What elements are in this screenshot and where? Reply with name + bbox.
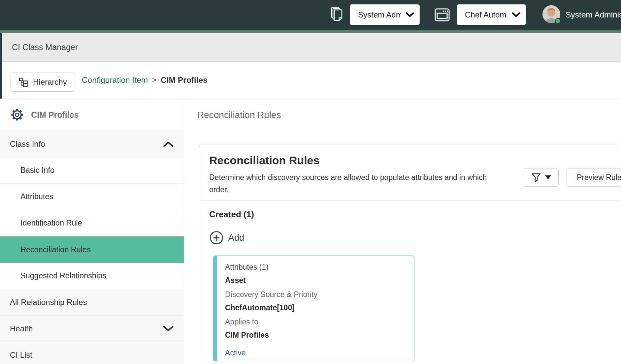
plus-circle-icon <box>209 230 224 245</box>
sidebar-item-label: Attributes <box>20 192 53 201</box>
ci-class-manager-app: System Administrator Chef Automate <box>0 0 621 364</box>
rule-attributes-label: Attributes (1) <box>225 260 406 274</box>
sidebar-item-label: All Relationship Rules <box>10 298 87 307</box>
hierarchy-button[interactable]: Hierarchy <box>11 73 75 92</box>
application-value: Chef Automate <box>465 10 507 19</box>
rule-discovery-label: Discovery Source & Priority <box>225 288 406 301</box>
top-banner: System Administrator Chef Automate <box>0 0 621 30</box>
panel-title: Reconciliation Rules <box>209 154 621 167</box>
breadcrumb-current: CIM Profiles <box>161 76 208 85</box>
hierarchy-label: Hierarchy <box>33 77 67 87</box>
application-select[interactable]: Chef Automate <box>457 4 526 25</box>
app-window-icon <box>434 8 450 22</box>
application-scope-button[interactable] <box>434 0 450 30</box>
accent-strip <box>0 30 621 33</box>
sidebar-item-label: Suggested Relationships <box>20 271 106 280</box>
gear-icon <box>9 107 25 123</box>
main-section-header: Reconciliation Rules <box>184 99 621 131</box>
sidebar-item-identification-rule[interactable]: Identification Rule <box>0 210 184 236</box>
section-title: Reconciliation Rules <box>197 110 281 120</box>
panel-head: Reconciliation Rules Determine which dis… <box>199 144 621 200</box>
update-set-select[interactable]: System Administrator <box>350 4 420 25</box>
add-rule-button[interactable]: Add <box>209 230 252 245</box>
hierarchy-icon <box>19 77 29 87</box>
sidebar-item-label: Health <box>10 324 33 333</box>
created-heading: Created (1) <box>209 209 621 220</box>
chevron-up-icon[interactable] <box>163 141 174 147</box>
add-label: Add <box>228 233 244 243</box>
sidebar-item-label: CI List <box>10 350 32 360</box>
sidebar-item-suggested-relationships[interactable]: Suggested Relationships <box>0 263 184 289</box>
sidebar-item-class-info[interactable]: Class Info <box>0 131 184 157</box>
caret-down-icon <box>545 175 551 179</box>
update-set-value: System Administrator <box>358 10 401 19</box>
panel-actions: Preview Rule <box>524 168 621 187</box>
chevron-down-icon[interactable] <box>163 325 174 332</box>
reconciliation-rule-card[interactable]: Attributes (1) Asset Discovery Source & … <box>213 256 414 361</box>
rule-discovery-value: ChefAutomate[100] <box>225 301 406 314</box>
sidebar-item-ci-list[interactable]: CI List <box>0 342 184 364</box>
sidebar-item-label: Class Info <box>10 139 45 149</box>
filter-button[interactable] <box>524 168 559 187</box>
breadcrumb-parent-link[interactable]: Configuration Item <box>82 76 148 85</box>
sidebar-item-basic-info[interactable]: Basic Info <box>0 157 184 184</box>
user-avatar[interactable] <box>542 5 560 24</box>
rule-attributes-value: Asset <box>225 274 406 287</box>
breadcrumb: Configuration Item > CIM Profiles <box>82 62 208 99</box>
rule-status-badge: Active <box>225 346 406 359</box>
context-bar: Hierarchy Configuration Item > CIM Profi… <box>0 62 621 99</box>
sidebar-class-name: CIM Profiles <box>31 110 79 120</box>
sidebar-item-label: Reconciliation Rules <box>20 245 91 254</box>
page-title-bar: CI Class Manager <box>0 33 621 62</box>
sidebar-item-label: Basic Info <box>20 166 54 175</box>
breadcrumb-separator: > <box>152 76 156 84</box>
chevron-down-icon <box>512 12 520 17</box>
presence-online-dot <box>555 18 561 24</box>
sidebar-item-all-relationship-rules[interactable]: All Relationship Rules <box>0 289 184 316</box>
update-set-button[interactable] <box>329 0 345 30</box>
sidebar-item-label: Identification Rule <box>20 219 82 228</box>
rule-applies-label: Applies to <box>225 315 406 328</box>
main-content: Reconciliation Rules Reconciliation Rule… <box>184 99 621 364</box>
preview-rule-button[interactable]: Preview Rule <box>567 168 621 187</box>
reconciliation-rules-panel: Reconciliation Rules Determine which dis… <box>199 144 621 364</box>
user-name[interactable]: System Administrator <box>566 0 621 30</box>
sidebar-class-header: CIM Profiles <box>0 99 184 131</box>
stacked-pages-icon <box>329 6 345 24</box>
class-sidebar: CIM Profiles Class Info Basic Info Attri… <box>0 99 184 364</box>
sidebar-item-attributes[interactable]: Attributes <box>0 184 184 210</box>
funnel-icon <box>531 172 541 182</box>
panel-body: Created (1) Add Attributes (1) Asset D <box>199 201 621 361</box>
page-title: CI Class Manager <box>12 43 78 52</box>
sidebar-item-reconciliation-rules[interactable]: Reconciliation Rules <box>0 236 184 263</box>
chevron-down-icon <box>406 12 414 17</box>
panel-description: Determine which discovery sources are al… <box>209 171 500 196</box>
sidebar-item-health[interactable]: Health <box>0 316 184 342</box>
rule-applies-value: CIM Profiles <box>225 328 406 342</box>
